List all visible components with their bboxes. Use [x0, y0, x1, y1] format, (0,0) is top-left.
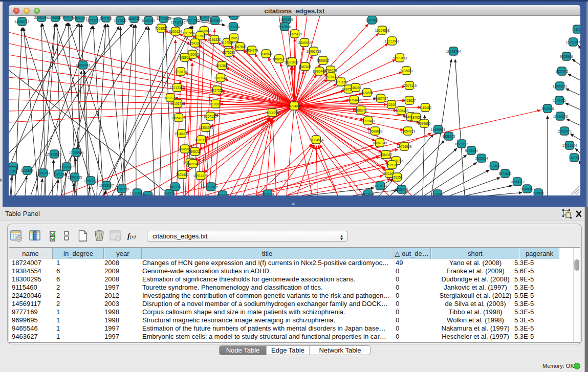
svg-text:908961: 908961 — [179, 56, 190, 59]
svg-text:1615112: 1615112 — [386, 163, 399, 167]
svg-text:1921850: 1921850 — [280, 18, 293, 21]
svg-text:3498222: 3498222 — [189, 150, 202, 154]
svg-text:16033809: 16033809 — [208, 19, 223, 23]
svg-text:1986327: 1986327 — [49, 16, 62, 19]
svg-text:173342: 173342 — [432, 192, 443, 196]
svg-text:8186328: 8186328 — [208, 38, 221, 41]
svg-text:1362615: 1362615 — [299, 65, 312, 69]
svg-text:9699695: 9699695 — [418, 122, 431, 125]
svg-text:15720407: 15720407 — [361, 119, 376, 123]
svg-text:8471676: 8471676 — [499, 172, 512, 176]
svg-text:10653287: 10653287 — [73, 16, 88, 20]
svg-text:7663506: 7663506 — [278, 25, 291, 29]
svg-text:15716485: 15716485 — [204, 185, 219, 189]
svg-text:39159: 39159 — [9, 169, 17, 173]
svg-text:17957253: 17957253 — [83, 179, 98, 183]
svg-text:10719155: 10719155 — [157, 17, 171, 20]
svg-text:2718170: 2718170 — [175, 70, 187, 74]
svg-text:15692971: 15692971 — [557, 129, 572, 133]
svg-text:10607487: 10607487 — [374, 97, 388, 100]
svg-text:8990448: 8990448 — [313, 70, 326, 73]
svg-text:7663822: 7663822 — [155, 27, 168, 30]
svg-text:9245652: 9245652 — [521, 187, 534, 191]
svg-text:19975867: 19975867 — [59, 165, 74, 169]
svg-text:2803144: 2803144 — [214, 76, 227, 80]
svg-text:6379197: 6379197 — [455, 142, 468, 146]
svg-text:1571648: 1571648 — [216, 193, 229, 196]
svg-text:917005: 917005 — [210, 102, 221, 106]
svg-text:1413614: 1413614 — [262, 192, 274, 196]
svg-text:9115460: 9115460 — [419, 106, 432, 110]
svg-text:7625402: 7625402 — [176, 173, 189, 177]
svg-text:1244415: 1244415 — [553, 99, 566, 102]
svg-text:15751074: 15751074 — [566, 40, 580, 44]
svg-text:7485063: 7485063 — [400, 69, 413, 73]
svg-text:20691406: 20691406 — [34, 16, 49, 19]
svg-text:9146821: 9146821 — [260, 52, 273, 56]
svg-text:16543362: 16543362 — [188, 41, 203, 45]
svg-text:8878332: 8878332 — [195, 138, 208, 142]
svg-text:9084067: 9084067 — [380, 153, 393, 157]
svg-text:17359924: 17359924 — [69, 151, 84, 155]
svg-text:10653287: 10653287 — [86, 18, 101, 22]
svg-text:8454749: 8454749 — [246, 49, 258, 52]
svg-text:10973493: 10973493 — [393, 56, 407, 60]
svg-text:1409948: 1409948 — [187, 162, 200, 166]
svg-text:19384554: 19384554 — [309, 138, 324, 142]
svg-text:1546: 1546 — [230, 36, 238, 40]
svg-text:924565: 924565 — [533, 191, 544, 195]
svg-text:16961758: 16961758 — [307, 50, 321, 53]
svg-text:10688609: 10688609 — [368, 129, 383, 133]
svg-text:18724007: 18724007 — [287, 104, 302, 108]
svg-text:18807249: 18807249 — [373, 141, 387, 145]
svg-text:1156819: 1156819 — [21, 169, 34, 172]
svg-text:2367608: 2367608 — [234, 45, 247, 49]
svg-text:11325419: 11325419 — [288, 32, 302, 36]
svg-text:12213383: 12213383 — [170, 86, 185, 90]
svg-text:20206576: 20206576 — [47, 152, 62, 156]
svg-text:1588520: 1588520 — [273, 57, 286, 61]
svg-text:14409951: 14409951 — [431, 128, 446, 132]
svg-text:18300295: 18300295 — [265, 111, 280, 115]
svg-text:9427552: 9427552 — [211, 89, 224, 92]
svg-text:114519: 114519 — [54, 172, 64, 176]
svg-text:8267130: 8267130 — [204, 115, 217, 118]
svg-text:1413614: 1413614 — [362, 192, 375, 196]
svg-text:62160: 62160 — [387, 103, 396, 106]
svg-text:7632621: 7632621 — [488, 164, 501, 168]
svg-text:16648784: 16648784 — [446, 50, 461, 53]
svg-text:8813054: 8813054 — [228, 16, 241, 17]
svg-text:1733426: 1733426 — [396, 188, 408, 191]
svg-text:10654112: 10654112 — [510, 180, 525, 184]
svg-text:16103755: 16103755 — [170, 102, 185, 105]
svg-text:7986372: 7986372 — [355, 108, 367, 112]
svg-text:3215958: 3215958 — [541, 107, 554, 111]
svg-text:1292344: 1292344 — [142, 194, 155, 196]
svg-text:12093872: 12093872 — [553, 84, 568, 88]
svg-text:18640910: 18640910 — [297, 41, 312, 45]
svg-text:14055712: 14055712 — [15, 20, 30, 24]
svg-text:20053346: 20053346 — [76, 63, 91, 67]
svg-text:3912954: 3912954 — [182, 31, 195, 35]
svg-text:1527602: 1527602 — [100, 16, 113, 20]
svg-text:19166825: 19166825 — [175, 132, 189, 136]
svg-text:19654923: 19654923 — [171, 116, 186, 120]
svg-text:10719155: 10719155 — [171, 20, 186, 24]
svg-text:12975115: 12975115 — [402, 84, 417, 87]
svg-text:9457791: 9457791 — [169, 185, 182, 189]
svg-text:19756928: 19756928 — [397, 145, 412, 148]
svg-text:1117: 1117 — [574, 28, 580, 31]
svg-text:12905135: 12905135 — [68, 176, 82, 179]
svg-text:9127509: 9127509 — [194, 34, 207, 38]
svg-text:16154808: 16154808 — [375, 29, 390, 32]
svg-text:7357224: 7357224 — [227, 25, 240, 29]
svg-text:8660124: 8660124 — [169, 30, 182, 33]
svg-text:9474444: 9474444 — [465, 149, 478, 152]
svg-text:3624554: 3624554 — [361, 91, 374, 95]
svg-text:16210643: 16210643 — [553, 115, 568, 118]
svg-text:10958107: 10958107 — [99, 184, 114, 187]
svg-text:746266: 746266 — [350, 86, 361, 90]
svg-text:1621072: 1621072 — [325, 75, 338, 79]
svg-text:20364436: 20364436 — [347, 98, 362, 102]
svg-text:16782759: 16782759 — [115, 187, 129, 191]
